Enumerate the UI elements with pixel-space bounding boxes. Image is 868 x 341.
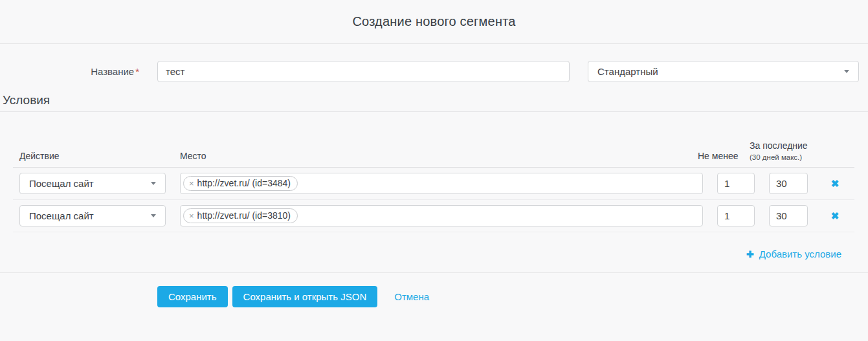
- add-condition-label: Добавить условие: [759, 248, 841, 259]
- segment-type-select[interactable]: Стандартный: [588, 61, 859, 82]
- page-title: Создание нового сегмента: [352, 14, 515, 29]
- add-condition-row: ✚ Добавить условие: [13, 232, 854, 272]
- column-header-period-note: (30 дней макс.): [750, 153, 808, 161]
- segment-name-row: Название* Стандартный: [0, 44, 868, 82]
- condition-row: Посещал сайт × http://zvet.ru/ (id=3810)…: [13, 200, 854, 232]
- segment-type-value: Стандартный: [597, 66, 658, 77]
- column-header-min-count: Не менее: [698, 151, 735, 161]
- required-asterisk: *: [135, 66, 139, 77]
- action-select[interactable]: Посещал сайт: [19, 205, 166, 226]
- segment-name-input[interactable]: [157, 61, 570, 82]
- conditions-table: Действие Место Не менее За последние (30…: [13, 112, 854, 272]
- save-button[interactable]: Сохранить: [157, 286, 228, 307]
- delete-row-button[interactable]: ✖: [822, 210, 848, 222]
- delete-row-button[interactable]: ✖: [822, 178, 848, 190]
- conditions-header-row: Действие Место Не менее За последние (30…: [13, 112, 854, 168]
- condition-row: Посещал сайт × http://zvet.ru/ (id=3484)…: [13, 168, 854, 200]
- remove-tag-icon[interactable]: ×: [189, 211, 194, 221]
- place-tag: × http://zvet.ru/ (id=3484): [183, 176, 298, 191]
- column-header-period: За последние (30 дней макс.): [750, 140, 808, 161]
- column-header-action: Действие: [19, 151, 166, 161]
- remove-tag-icon[interactable]: ×: [189, 179, 194, 188]
- conditions-section-title: Условия: [0, 82, 868, 112]
- min-count-input[interactable]: [717, 205, 755, 226]
- action-select-value: Посещал сайт: [29, 210, 94, 221]
- min-count-input[interactable]: [717, 173, 755, 194]
- place-tags-input[interactable]: × http://zvet.ru/ (id=3810): [180, 205, 703, 226]
- place-tags-input[interactable]: × http://zvet.ru/ (id=3484): [180, 173, 703, 194]
- chevron-down-icon: [151, 214, 156, 217]
- place-tag: × http://zvet.ru/ (id=3810): [183, 208, 298, 223]
- column-header-place: Место: [180, 151, 684, 161]
- action-select[interactable]: Посещал сайт: [19, 173, 166, 194]
- place-tag-label: http://zvet.ru/ (id=3810): [197, 210, 291, 221]
- save-open-json-button[interactable]: Сохранить и открыть JSON: [232, 286, 378, 307]
- plus-icon: ✚: [746, 249, 754, 259]
- delete-icon: ✖: [831, 210, 840, 221]
- place-tag-label: http://zvet.ru/ (id=3484): [197, 178, 291, 188]
- add-condition-button[interactable]: ✚ Добавить условие: [746, 248, 841, 259]
- chevron-down-icon: [844, 70, 849, 73]
- chevron-down-icon: [151, 182, 156, 185]
- action-select-value: Посещал сайт: [29, 178, 94, 189]
- period-input[interactable]: [769, 173, 808, 194]
- footer-actions: Сохранить Сохранить и открыть JSON Отмен…: [0, 273, 868, 307]
- page-header: Создание нового сегмента: [0, 0, 868, 44]
- name-label: Название*: [0, 66, 139, 77]
- cancel-button[interactable]: Отмена: [394, 291, 429, 302]
- delete-icon: ✖: [831, 178, 840, 189]
- period-input[interactable]: [769, 205, 808, 226]
